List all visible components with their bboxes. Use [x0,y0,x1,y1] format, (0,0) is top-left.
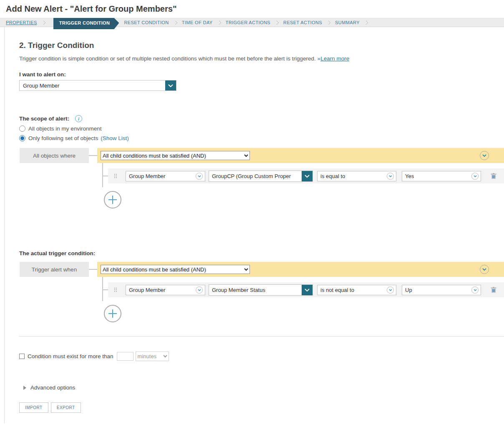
condition-operator-select[interactable]: is equal to [317,171,396,181]
alert-on-select[interactable]: Group Member [19,80,176,91]
scope-group-bar: All child conditions must be satisfied (… [97,148,504,163]
plus-icon [108,309,117,318]
scope-option-all-label: All objects in my environment [28,126,102,132]
condition-property-value: Group Member Status [209,287,302,293]
duration-value-input[interactable] [117,352,134,361]
duration-checkbox[interactable] [19,354,25,359]
radio-unchecked-icon[interactable] [19,126,25,132]
condition-row: Group Member GroupCP (Group Custom Prope… [108,168,504,183]
condition-field-select[interactable]: Group Member [126,285,205,295]
condition-property-value: GroupCP (Group Custom Proper [209,173,302,179]
scope-option-set-label: Only following set of objects [28,135,98,141]
chevron-down-icon[interactable] [302,171,312,181]
condition-operator-value: is equal to [318,173,387,179]
scope-option-all[interactable]: All objects in my environment [19,126,504,132]
chevron-down-icon[interactable] [165,80,176,90]
condition-value-select[interactable]: Yes [402,171,481,181]
connector-line [102,277,103,301]
tab-reset-condition[interactable]: RESET CONDITION [124,18,169,27]
wizard-tabstrip: PROPERTIES TRIGGER CONDITION RESET CONDI… [0,18,504,27]
duration-row: Condition must exist for more than minut… [19,352,504,361]
delete-condition-button[interactable] [490,173,497,180]
condition-property-select[interactable]: Group Member Status [209,284,313,296]
triangle-right-icon [23,386,26,390]
scope-option-set[interactable]: Only following set of objects (Show List… [19,135,504,141]
chevron-down-icon[interactable] [387,286,394,294]
condition-property-select[interactable]: GroupCP (Group Custom Proper [209,171,313,182]
collapse-group-button[interactable] [480,265,489,274]
connector-line [89,155,97,156]
trash-icon [490,173,497,180]
chevron-right-icon [275,20,279,25]
trigger-prefix-box: Trigger alert when [20,262,89,277]
learn-more-link[interactable]: Learn more [320,55,349,62]
drag-handle-icon[interactable] [114,173,117,178]
export-button[interactable]: EXPORT [51,402,81,413]
chevron-right-icon [217,20,221,25]
chevron-down-icon[interactable] [471,173,479,180]
add-condition-button[interactable] [104,305,121,322]
trigger-condition-builder: Trigger alert when All child conditions … [19,262,504,322]
scope-prefix-box: All objects where [20,148,89,163]
delete-condition-button[interactable] [490,286,497,294]
chevron-down-icon[interactable] [471,286,479,294]
alert-on-value: Group Member [20,83,165,89]
scope-label: The scope of alert: [19,116,69,122]
condition-field-value: Group Member [126,287,196,293]
page-title: Add New Alert - "Alert for Group Members… [0,0,504,18]
condition-operator-value: is not equal to [318,287,387,293]
tab-trigger-actions[interactable]: TRIGGER ACTIONS [226,18,270,27]
drag-handle-icon[interactable] [114,287,117,292]
condition-field-select[interactable]: Group Member [126,171,205,181]
connector-line [102,289,108,290]
condition-field-value: Group Member [126,173,196,179]
trigger-group-bar: All child conditions must be satisfied (… [97,262,504,277]
section-heading: 2. Trigger Condition [19,27,504,50]
connector-line [89,269,97,270]
connector-line [102,176,108,176]
condition-row: Group Member Group Member Status is not … [108,282,504,297]
scope-group-operator-select[interactable]: All child conditions must be satisfied (… [101,151,250,160]
chevron-down-icon[interactable] [302,285,312,295]
scope-condition-builder: All objects where All child conditions m… [19,148,504,208]
chevron-down-icon[interactable] [196,286,203,294]
condition-value-value: Up [402,287,471,293]
trigger-group-operator-select[interactable]: All child conditions must be satisfied (… [101,265,250,274]
trash-icon [490,286,497,294]
chevron-right-icon [364,20,368,25]
show-list-link[interactable]: (Show List) [101,135,129,141]
duration-unit-select[interactable]: minutes [136,352,169,361]
condition-operator-select[interactable]: is not equal to [317,285,396,295]
duration-label: Condition must exist for more than [28,353,113,359]
tab-summary[interactable]: SUMMARY [335,18,360,27]
import-button[interactable]: IMPORT [19,402,48,413]
tab-time-of-day[interactable]: TIME OF DAY [182,18,213,27]
condition-value-select[interactable]: Up [402,285,481,295]
description-text: Trigger condition is simple condition or… [19,55,318,62]
tab-trigger-condition[interactable]: TRIGGER CONDITION [53,18,119,29]
section-description: Trigger condition is simple condition or… [19,55,504,62]
condition-value-value: Yes [402,173,471,179]
chevron-right-icon [41,20,45,25]
learn-more-mark: » [318,55,321,62]
add-condition-button[interactable] [104,191,121,208]
chevron-down-icon[interactable] [387,173,394,180]
tab-properties[interactable]: PROPERTIES [6,18,37,27]
content-panel: 2. Trigger Condition Trigger condition i… [4,27,504,423]
connector-line [102,163,103,187]
advanced-options-toggle[interactable]: Advanced options [23,384,504,391]
collapse-group-button[interactable] [480,151,489,160]
chevron-down-icon[interactable] [196,173,203,180]
info-icon[interactable]: i [75,115,82,122]
radio-checked-icon[interactable] [19,135,25,141]
tab-reset-actions[interactable]: RESET ACTIONS [283,18,322,27]
chevron-right-icon [327,20,331,25]
chevron-right-icon [173,20,177,25]
advanced-options-label: Advanced options [30,384,75,391]
trigger-condition-label: The actual trigger condition: [19,250,504,256]
alert-on-label: I want to alert on: [19,71,504,78]
plus-icon [108,195,117,204]
section-divider [19,336,504,337]
